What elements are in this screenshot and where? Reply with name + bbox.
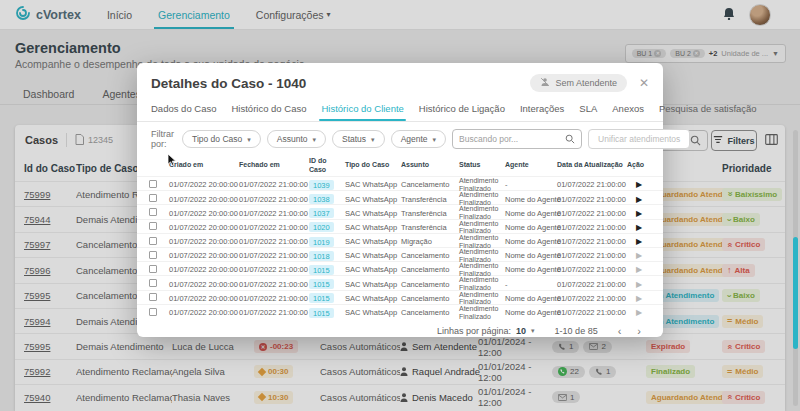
created-at: 01/07/2022 20:00:00 (169, 195, 239, 204)
close-icon[interactable]: ✕ (639, 77, 649, 89)
modal-tab-historico-de-ligacao[interactable]: Histórico de Ligação (419, 103, 505, 121)
play-button[interactable]: ▶ (627, 223, 651, 232)
chevron-down-icon: ▾ (433, 136, 437, 143)
play-button[interactable]: ▶ (627, 280, 651, 289)
play-button[interactable]: ▶ (627, 265, 651, 274)
history-row: 01/07/2022 20:00:0001/07/2022 21:00:0010… (137, 261, 663, 275)
subject: Cancelamento (401, 180, 459, 189)
case-type: SAC WhatsApp (345, 265, 401, 274)
case-type: SAC WhatsApp (345, 280, 401, 289)
row-checkbox[interactable] (149, 265, 157, 273)
play-button[interactable]: ▶ (627, 237, 651, 246)
row-checkbox[interactable] (149, 208, 157, 216)
search-icon (565, 130, 575, 148)
filter-dropdown-assunto[interactable]: Assunto▾ (267, 130, 326, 148)
case-id-chip[interactable]: 1018 (309, 251, 334, 261)
case-id-chip[interactable]: 1015 (309, 293, 334, 303)
case-id-chip[interactable]: 1019 (309, 237, 334, 247)
case-id-chip[interactable]: 1038 (309, 194, 334, 204)
modal-tab-historico-do-cliente[interactable]: Histórico do Cliente (321, 103, 403, 121)
updated-at: 01/07/2022 21:00:00 (557, 195, 627, 204)
closed-at: 01/07/2022 21:00:00 (239, 209, 309, 218)
case-id-chip[interactable]: 1039 (309, 180, 334, 190)
play-button[interactable]: ▶ (627, 308, 651, 317)
agent-name: Nome do Agente (505, 265, 557, 274)
chevron-down-icon: ▾ (371, 136, 375, 143)
history-row: 01/07/2022 20:00:0001/07/2022 21:00:0010… (137, 219, 663, 233)
row-checkbox[interactable] (149, 194, 157, 202)
next-page-icon[interactable]: › (637, 325, 641, 337)
screen: cVortex InícioGerenciamentoConfigurações… (0, 0, 800, 411)
agent-name: Nome do Agente (505, 237, 557, 246)
column-header-tipo-do-caso: Tipo do Caso (345, 161, 401, 169)
chevron-down-icon: ▾ (312, 136, 316, 143)
checkbox-cell (149, 308, 169, 318)
agent-name: Nome do Agente (505, 195, 557, 204)
checkbox-cell (149, 279, 169, 289)
modal-search-input[interactable] (459, 134, 565, 144)
case-type: SAC WhatsApp (345, 180, 401, 189)
case-type: SAC WhatsApp (345, 251, 401, 260)
agent-name: Nome do Agente (505, 223, 557, 232)
rows-per-page-value[interactable]: 10 (516, 326, 526, 336)
rows-per-page-label: Linhas por página: (437, 326, 511, 336)
play-button[interactable]: ▶ (627, 209, 651, 218)
play-button[interactable]: ▶ (627, 251, 651, 260)
history-row: 01/07/2022 20:00:0001/07/2022 21:00:0010… (137, 275, 663, 289)
case-id-chip[interactable]: 1015 (309, 308, 334, 318)
case-id-chip[interactable]: 1037 (309, 208, 334, 218)
history-row: 01/07/2022 20:00:0001/07/2022 21:00:0010… (137, 233, 663, 247)
modal-tab-sla[interactable]: SLA (579, 103, 597, 121)
row-checkbox[interactable] (149, 293, 157, 301)
filter-dropdowns: Tipo do Caso▾Assunto▾Status▾Agente▾ (182, 130, 446, 148)
row-checkbox[interactable] (149, 308, 157, 316)
closed-at: 01/07/2022 21:00:00 (239, 280, 309, 289)
play-button[interactable]: ▶ (627, 180, 651, 189)
filter-dropdown-agente[interactable]: Agente▾ (391, 130, 446, 148)
created-at: 01/07/2022 20:00:00 (169, 237, 239, 246)
subject: Cancelamento (401, 308, 459, 317)
checkbox-cell (149, 208, 169, 218)
chevron-down-icon[interactable]: ▾ (531, 327, 535, 335)
closed-at: 01/07/2022 21:00:00 (239, 265, 309, 274)
column-header-assunto: Assunto (401, 161, 459, 169)
closed-at: 01/07/2022 21:00:00 (239, 180, 309, 189)
row-checkbox[interactable] (149, 251, 157, 259)
case-type: SAC WhatsApp (345, 308, 401, 317)
agent-name: Nome do Agente (505, 308, 557, 317)
case-id-chip[interactable]: 1015 (309, 265, 334, 275)
created-at: 01/07/2022 20:00:00 (169, 180, 239, 189)
row-checkbox[interactable] (149, 279, 157, 287)
play-button[interactable]: ▶ (627, 195, 651, 204)
filter-dropdown-status[interactable]: Status▾ (332, 130, 385, 148)
row-checkbox[interactable] (149, 180, 157, 188)
closed-at: 01/07/2022 21:00:00 (239, 237, 309, 246)
subject: Transferência (401, 223, 459, 232)
row-checkbox[interactable] (149, 237, 157, 245)
created-at: 01/07/2022 20:00:00 (169, 209, 239, 218)
filter-dropdown-tipo-do-caso[interactable]: Tipo do Caso▾ (182, 130, 261, 148)
assign-agent-button[interactable]: Sem Atendente (530, 74, 627, 92)
case-id-chip[interactable]: 1020 (309, 222, 334, 232)
subject: Cancelamento (401, 265, 459, 274)
history-row: 01/07/2022 20:00:0001/07/2022 21:00:0010… (137, 290, 663, 304)
play-button[interactable]: ▶ (627, 294, 651, 303)
checkbox-cell (149, 251, 169, 261)
previous-page-icon[interactable]: ‹ (618, 325, 622, 337)
column-header-fechado-em: Fechado em (239, 161, 309, 169)
subject: Cancelamento (401, 280, 459, 289)
modal-tab-anexos[interactable]: Anexos (612, 103, 644, 121)
modal-tab-interacoes[interactable]: Interações (520, 103, 564, 121)
modal-tab-dados-do-caso[interactable]: Dados do Caso (151, 103, 216, 121)
agent-name: - (505, 280, 557, 289)
updated-at: 01/07/2022 21:00:00 (557, 251, 627, 260)
case-id-cell: 1015 (309, 294, 345, 303)
created-at: 01/07/2022 20:00:00 (169, 308, 239, 317)
row-checkbox[interactable] (149, 222, 157, 230)
case-id-chip[interactable]: 1015 (309, 279, 334, 289)
unify-cases-button[interactable]: Unificar atendimentos (588, 129, 690, 149)
modal-tab-historico-do-caso[interactable]: Histórico do Caso (231, 103, 306, 121)
agent-off-icon (540, 77, 550, 89)
scrollbar-thumb[interactable] (793, 237, 798, 349)
modal-tab-pesquisa-de-satisfacao[interactable]: Pesquisa de satisfação (659, 103, 757, 121)
